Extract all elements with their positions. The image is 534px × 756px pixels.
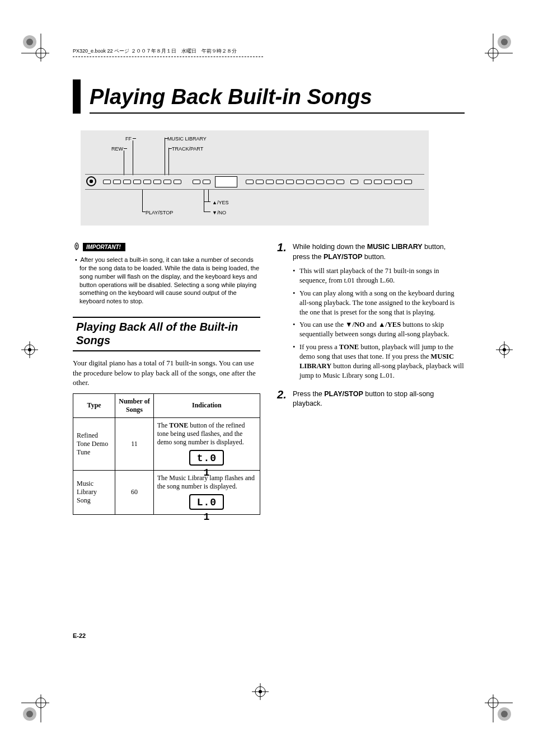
step-2: Press the PLAY/STOP button to stop all-s… [277,389,465,409]
diagram-label-ff: FF [125,136,132,142]
diagram-label-play-stop: PLAY/STOP [146,210,173,215]
page-number: E-22 [73,632,86,639]
lcd-screen-icon [215,176,237,187]
crop-mark-icon [252,683,269,700]
crop-mark-icon [485,694,513,722]
crop-mark-icon [496,341,513,358]
svg-point-19 [26,711,33,717]
crop-mark-icon [21,694,49,722]
svg-point-1 [26,39,33,45]
sub-bullet: This will start playback of the 71 built… [293,266,465,285]
th-type: Type [73,393,115,417]
left-column: IMPORTANT! • After you select a built-in… [73,242,260,515]
svg-point-33 [76,247,77,248]
intro-paragraph: Your digital piano has a total of 71 bui… [73,358,260,388]
section-heading: Playing Back All of the Built-in Songs [73,317,260,351]
control-panel-diagram: FF REW MUSIC LIBRARY TRACK/PART PLAY/STO… [81,130,429,226]
th-count: Number of Songs [115,393,153,417]
crop-mark-icon [21,341,38,358]
title-bar-icon [73,79,81,114]
th-indication: Indication [153,393,260,417]
crop-mark-icon [21,34,49,62]
diagram-label-music-library: MUSIC LIBRARY [167,136,207,142]
table-row: Music Library Song 60 The Music Library … [73,470,260,514]
step-text: Press the PLAY/STOP button to stop all-s… [293,389,465,409]
sub-bullet: If you press a TONE button, playback wil… [293,342,465,381]
cell-count: 60 [115,470,153,514]
sub-bullet: You can play along with a song on the ke… [293,289,465,317]
important-icon [73,242,81,252]
volume-knob-icon [86,176,96,186]
step-1: While holding down the MUSIC LIBRARY but… [277,242,465,381]
right-column: While holding down the MUSIC LIBRARY but… [277,242,465,515]
cell-indication: The Music Library lamp flashes and the s… [153,470,260,514]
diagram-label-no: ▼/NO [212,210,226,215]
diagram-label-track-part: TRACK/PART [172,146,203,152]
important-tag: IMPORTANT! [83,243,125,251]
lcd-display-icon: L.0 1 [189,494,224,510]
svg-point-31 [259,690,262,693]
svg-point-9 [501,39,508,45]
sub-bullet: You can use the ▼/NO and ▲/YES buttons t… [293,320,465,339]
important-block: IMPORTANT! • After you select a built-in… [73,242,260,306]
cell-type: Refined Tone Demo Tune [73,417,115,470]
cell-type: Music Library Song [73,470,115,514]
table-row: Refined Tone Demo Tune 11 The TONE butto… [73,417,260,470]
songs-table: Type Number of Songs Indication Refined … [73,393,260,515]
important-text: • After you select a built-in song, it c… [73,256,260,306]
diagram-label-rew: REW [111,146,123,152]
lcd-display-icon: t.0 1 [189,450,224,466]
svg-point-17 [503,348,506,351]
svg-point-13 [28,348,31,351]
diagram-label-yes: ▲/YES [212,200,228,205]
cell-indication: The TONE button of the refined tone bein… [153,417,260,470]
step-text: While holding down the MUSIC LIBRARY but… [293,242,465,262]
page-title: Playing Back Built-in Songs [90,79,465,114]
crop-mark-icon [485,34,513,62]
page-title-row: Playing Back Built-in Songs [73,79,465,114]
crop-header: PX320_e.book 22 ページ ２００７年８月１日 水曜日 午前９時２８… [73,48,263,57]
cell-count: 11 [115,417,153,470]
svg-point-27 [501,711,508,717]
